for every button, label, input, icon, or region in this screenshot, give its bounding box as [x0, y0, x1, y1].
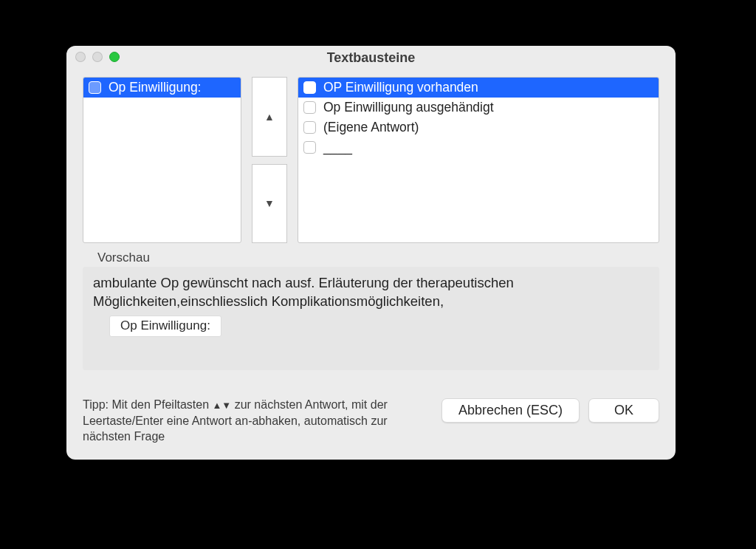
cancel-button[interactable]: Abbrechen (ESC): [441, 398, 580, 423]
checkbox-icon[interactable]: [303, 101, 316, 114]
ok-button[interactable]: OK: [588, 398, 659, 423]
checkbox-icon[interactable]: [303, 141, 316, 154]
list-item-label: (Eigene Antwort): [323, 120, 419, 135]
minimize-icon[interactable]: [92, 52, 103, 62]
window-controls: [75, 52, 120, 62]
arrow-up-icon: ▲: [264, 111, 275, 123]
move-down-button[interactable]: ▼: [252, 164, 287, 244]
arrow-down-icon: ▼: [264, 197, 275, 209]
preview-panel: ambulante Op gewünscht nach ausf. Erläut…: [83, 267, 659, 370]
lists-row: Op Einwilligung: ▲ ▼ OP Einwilligung vor…: [83, 77, 659, 243]
move-up-button[interactable]: ▲: [252, 77, 287, 157]
preview-label: Vorschau: [97, 250, 659, 265]
list-item[interactable]: (Eigene Antwort): [298, 117, 659, 137]
preview-chip: Op Einwilligung:: [109, 316, 221, 337]
list-item[interactable]: Op Einwilligung ausgehändigt: [298, 98, 659, 117]
titlebar: Textbausteine: [66, 46, 676, 69]
zoom-icon[interactable]: [109, 52, 120, 62]
list-item-label: Op Einwilligung:: [109, 80, 201, 95]
checkbox-icon[interactable]: [303, 121, 316, 134]
preview-text: ambulante Op gewünscht nach ausf. Erläut…: [93, 275, 514, 309]
dialog-window: Textbausteine Op Einwilligung: ▲ ▼: [66, 46, 676, 460]
list-item-label: ____: [323, 140, 352, 155]
tip-text: Tipp: Mit den Pfeiltasten ▲▼ zur nächste…: [83, 397, 427, 445]
arrows-icon: ▲▼: [213, 400, 232, 411]
dialog-footer: Tipp: Mit den Pfeiltasten ▲▼ zur nächste…: [83, 397, 659, 445]
list-item[interactable]: OP Einwilligung vorhanden: [298, 78, 659, 98]
answer-list[interactable]: OP Einwilligung vorhanden Op Einwilligun…: [298, 77, 659, 243]
list-item[interactable]: ____: [298, 137, 659, 157]
list-item-label: OP Einwilligung vorhanden: [323, 80, 478, 95]
close-icon[interactable]: [75, 52, 86, 62]
checkbox-icon[interactable]: [303, 81, 316, 94]
list-item[interactable]: Op Einwilligung:: [83, 78, 241, 98]
checkbox-icon[interactable]: [89, 81, 101, 94]
content-area: Op Einwilligung: ▲ ▼ OP Einwilligung vor…: [83, 77, 659, 445]
tip-pre: Tipp: Mit den Pfeiltasten: [83, 398, 213, 411]
question-list[interactable]: Op Einwilligung:: [83, 77, 241, 243]
window-title: Textbausteine: [327, 50, 416, 65]
button-row: Abbrechen (ESC) OK: [441, 397, 659, 423]
reorder-arrows: ▲ ▼: [252, 77, 287, 243]
list-item-label: Op Einwilligung ausgehändigt: [323, 100, 494, 115]
